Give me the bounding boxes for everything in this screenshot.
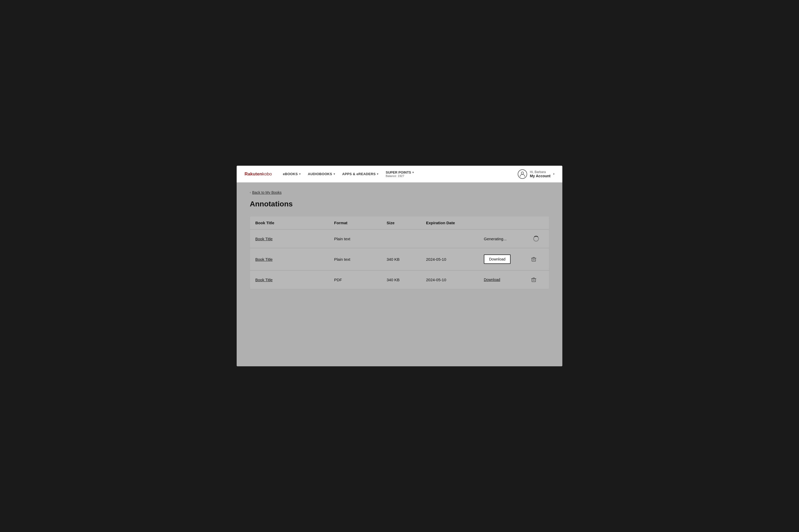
chevron-down-icon: ▾	[412, 171, 414, 174]
nav-super-points-label: SUPER POINTS	[385, 170, 411, 174]
format-cell-3: PDF	[334, 278, 387, 282]
nav-ebooks-label: eBOOKS	[283, 172, 298, 176]
nav-audiobooks[interactable]: AUDIOBOOKS ▾	[305, 170, 338, 178]
logo-rakuten: Rakuten	[245, 171, 262, 177]
col-size: Size	[387, 221, 426, 225]
content-area: ‹ Back to My Books Annotations Book Titl…	[237, 183, 562, 366]
logo-kobo: kobo	[262, 171, 272, 177]
page-title: Annotations	[250, 200, 549, 208]
chevron-down-icon: ▾	[377, 172, 378, 175]
nav-bar: Rakuten kobo eBOOKS ▾ AUDIOBOOKS ▾ APPS …	[237, 166, 562, 183]
format-cell-2: Plain text	[334, 257, 387, 262]
table-row: Book Title PDF 340 KB 2024-05-10 Downloa…	[250, 270, 549, 289]
col-book-title: Book Title	[255, 221, 334, 225]
svg-rect-1	[532, 258, 536, 261]
annotations-table: Book Title Format Size Expiration Date B…	[250, 216, 549, 289]
nav-super-points[interactable]: SUPER POINTS ▾ Balance: 1927	[382, 168, 417, 179]
chevron-left-icon: ‹	[250, 191, 251, 194]
loading-spinner	[533, 236, 539, 242]
svg-point-0	[521, 172, 524, 174]
table-row: Book Title Plain text 340 KB 2024-05-10 …	[250, 248, 549, 270]
logo[interactable]: Rakuten kobo	[245, 171, 272, 177]
nav-ebooks[interactable]: eBOOKS ▾	[280, 170, 304, 178]
nav-items: eBOOKS ▾ AUDIOBOOKS ▾ APPS & eREADERS ▾ …	[280, 168, 518, 179]
col-format: Format	[334, 221, 387, 225]
spinner-cell-1	[526, 236, 541, 242]
svg-rect-5	[532, 279, 536, 282]
action-cell-2: Download	[484, 254, 526, 264]
nav-apps-label: APPS & eREADERS	[342, 172, 376, 176]
account-name: My Account	[530, 174, 551, 178]
outer-frame: Rakuten kobo eBOOKS ▾ AUDIOBOOKS ▾ APPS …	[229, 158, 570, 374]
col-action	[484, 221, 526, 225]
account-greeting: Hi, Barbara	[530, 170, 551, 174]
col-delete	[526, 221, 541, 225]
delete-button-3[interactable]	[526, 277, 541, 283]
book-title-link-3[interactable]: Book Title	[255, 278, 334, 282]
action-cell-3: Download	[484, 278, 526, 282]
col-expiration: Expiration Date	[426, 221, 484, 225]
chevron-down-icon: ▾	[553, 172, 554, 175]
chevron-down-icon: ▾	[334, 172, 335, 175]
status-cell-1: Generating...	[484, 236, 526, 241]
table-row: Book Title Plain text Generating...	[250, 229, 549, 248]
download-button-highlighted[interactable]: Download	[484, 254, 511, 264]
expiration-cell-2: 2024-05-10	[426, 257, 484, 262]
breadcrumb: ‹ Back to My Books	[250, 190, 549, 194]
super-points-balance: Balance: 1927	[385, 174, 414, 177]
download-link-3[interactable]: Download	[484, 278, 500, 282]
book-title-link-1[interactable]: Book Title	[255, 236, 334, 241]
main-window: Rakuten kobo eBOOKS ▾ AUDIOBOOKS ▾ APPS …	[237, 166, 562, 366]
size-cell-3: 340 KB	[387, 278, 426, 282]
expiration-cell-3: 2024-05-10	[426, 278, 484, 282]
account-icon	[518, 169, 527, 179]
chevron-down-icon: ▾	[299, 172, 301, 175]
back-to-my-books-link[interactable]: Back to My Books	[252, 190, 282, 194]
account-section[interactable]: Hi, Barbara My Account ▾	[518, 169, 554, 179]
nav-audiobooks-label: AUDIOBOOKS	[308, 172, 332, 176]
table-header: Book Title Format Size Expiration Date	[250, 216, 549, 229]
size-cell-2: 340 KB	[387, 257, 426, 262]
book-title-link-2[interactable]: Book Title	[255, 257, 334, 262]
nav-apps[interactable]: APPS & eREADERS ▾	[339, 170, 382, 178]
format-cell-1: Plain text	[334, 236, 387, 241]
delete-button-2[interactable]	[526, 256, 541, 262]
